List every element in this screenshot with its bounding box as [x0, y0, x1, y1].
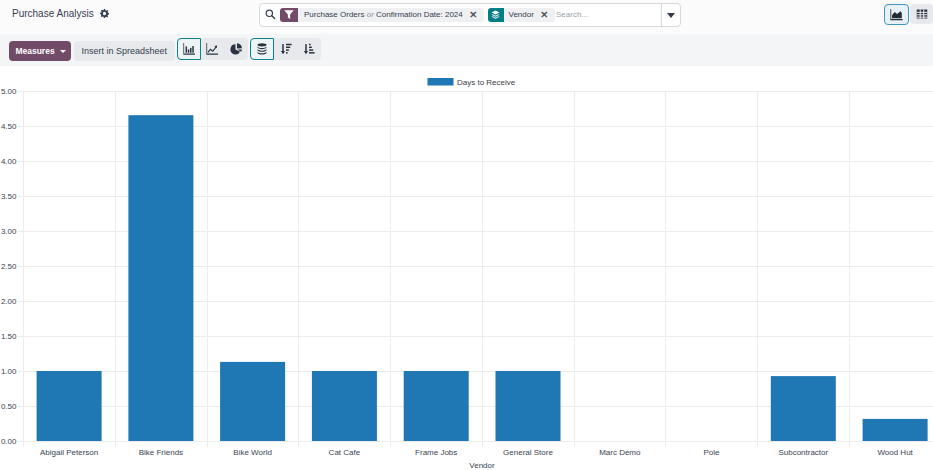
svg-text:Subcontractor: Subcontractor — [778, 448, 828, 457]
svg-text:Marc Demo: Marc Demo — [599, 448, 641, 457]
svg-text:3.00: 3.00 — [1, 227, 17, 236]
svg-text:4.00: 4.00 — [1, 157, 17, 166]
svg-text:Cat Cafe: Cat Cafe — [329, 448, 361, 457]
svg-text:Wood Hut: Wood Hut — [877, 448, 913, 457]
svg-text:5.00: 5.00 — [1, 87, 17, 96]
svg-text:Days to Receive: Days to Receive — [457, 78, 516, 87]
svg-text:2.00: 2.00 — [1, 297, 17, 306]
svg-text:0.50: 0.50 — [1, 402, 17, 411]
svg-text:Bike World: Bike World — [233, 448, 272, 457]
svg-text:Vendor: Vendor — [469, 461, 495, 470]
svg-text:4.50: 4.50 — [1, 122, 17, 131]
svg-text:General Store: General Store — [503, 448, 553, 457]
svg-text:Bike Friends: Bike Friends — [139, 448, 183, 457]
svg-text:1.50: 1.50 — [1, 332, 17, 341]
svg-text:Pole: Pole — [703, 448, 720, 457]
svg-text:1.00: 1.00 — [1, 367, 17, 376]
svg-text:3.50: 3.50 — [1, 192, 17, 201]
svg-text:Frame Jobs: Frame Jobs — [415, 448, 457, 457]
svg-text:2.50: 2.50 — [1, 262, 17, 271]
svg-text:0.00: 0.00 — [1, 437, 17, 446]
svg-text:Abigail Peterson: Abigail Peterson — [40, 448, 98, 457]
